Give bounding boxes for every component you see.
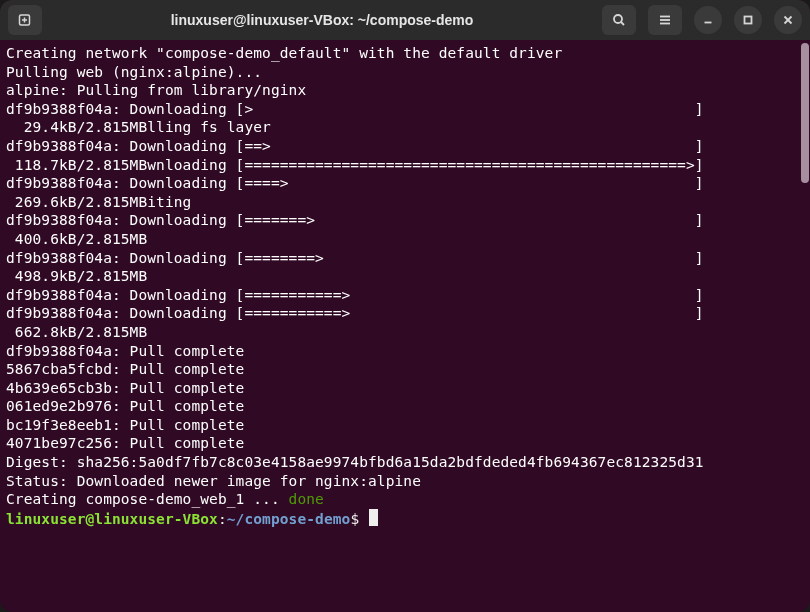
minimize-button[interactable] <box>694 6 722 34</box>
cursor <box>369 509 378 526</box>
maximize-icon <box>741 13 755 27</box>
titlebar-controls <box>602 5 802 35</box>
terminal-line: Digest: sha256:5a0df7fb7c8c03e4158ae9974… <box>6 454 704 470</box>
new-tab-icon <box>17 12 33 28</box>
terminal-line: Creating network "compose-demo_default" … <box>6 45 562 61</box>
creating-prefix: Creating compose-demo_web_1 ... <box>6 491 289 507</box>
terminal-line: df9b9388f04a: Downloading [====> ] <box>6 175 704 191</box>
terminal-line: df9b9388f04a: Pull complete <box>6 343 244 359</box>
new-tab-button[interactable] <box>8 5 42 35</box>
terminal-area: Creating network "compose-demo_default" … <box>0 40 810 612</box>
creating-line: Creating compose-demo_web_1 ... done <box>6 491 324 507</box>
terminal-line: 118.7kB/2.815MBwnloading [==============… <box>6 157 704 173</box>
window-title: linuxuser@linuxuser-VBox: ~/compose-demo <box>50 12 594 28</box>
terminal-line: Status: Downloaded newer image for nginx… <box>6 473 421 489</box>
terminal-line: 061ed9e2b976: Pull complete <box>6 398 244 414</box>
menu-button[interactable] <box>648 5 682 35</box>
terminal-line: alpine: Pulling from library/nginx <box>6 82 306 98</box>
terminal-line: 4b639e65cb3b: Pull complete <box>6 380 244 396</box>
terminal-line: df9b9388f04a: Downloading [==> ] <box>6 138 704 154</box>
terminal-line: 498.9kB/2.815MB <box>6 268 147 284</box>
prompt-cwd: ~/compose-demo <box>227 511 351 527</box>
svg-point-3 <box>614 15 622 23</box>
terminal-line: 400.6kB/2.815MB <box>6 231 147 247</box>
terminal-output[interactable]: Creating network "compose-demo_default" … <box>0 40 800 612</box>
terminal-line: Pulling web (nginx:alpine)... <box>6 64 262 80</box>
prompt-colon: : <box>218 511 227 527</box>
terminal-window: linuxuser@linuxuser-VBox: ~/compose-demo <box>0 0 810 612</box>
terminal-line: df9b9388f04a: Downloading [> ] <box>6 101 704 117</box>
prompt-dollar: $ <box>350 511 368 527</box>
done-text: done <box>289 491 324 507</box>
hamburger-icon <box>657 12 673 28</box>
prompt-line: linuxuser@linuxuser-VBox:~/compose-demo$ <box>6 511 378 527</box>
svg-line-4 <box>621 22 624 25</box>
svg-rect-9 <box>745 17 752 24</box>
close-icon <box>781 13 795 27</box>
terminal-line: df9b9388f04a: Downloading [===========> … <box>6 287 704 303</box>
terminal-line: df9b9388f04a: Downloading [========> ] <box>6 250 704 266</box>
scrollbar[interactable] <box>800 40 810 612</box>
terminal-line: df9b9388f04a: Downloading [=======> ] <box>6 212 704 228</box>
scrollbar-thumb[interactable] <box>801 43 809 183</box>
terminal-line: 5867cba5fcbd: Pull complete <box>6 361 244 377</box>
prompt-userhost: linuxuser@linuxuser-VBox <box>6 511 218 527</box>
terminal-line: 29.4kB/2.815MBlling fs layer <box>6 119 271 135</box>
minimize-icon <box>701 13 715 27</box>
titlebar: linuxuser@linuxuser-VBox: ~/compose-demo <box>0 0 810 40</box>
terminal-line: 662.8kB/2.815MB <box>6 324 147 340</box>
terminal-line: bc19f3e8eeb1: Pull complete <box>6 417 244 433</box>
search-button[interactable] <box>602 5 636 35</box>
terminal-line: 4071be97c256: Pull complete <box>6 435 244 451</box>
close-button[interactable] <box>774 6 802 34</box>
terminal-line: df9b9388f04a: Downloading [===========> … <box>6 305 704 321</box>
search-icon <box>611 12 627 28</box>
maximize-button[interactable] <box>734 6 762 34</box>
terminal-line: 269.6kB/2.815MBiting <box>6 194 191 210</box>
